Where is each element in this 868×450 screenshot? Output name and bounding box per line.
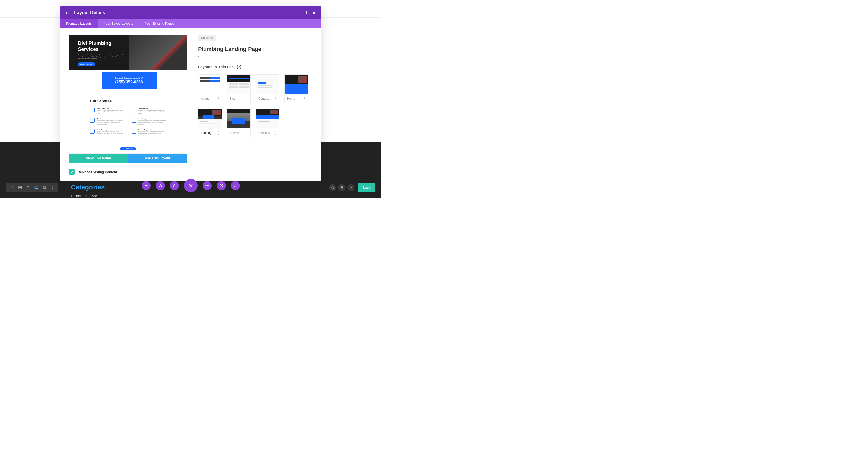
service-icon xyxy=(132,118,136,123)
more-options-icon[interactable] xyxy=(8,184,16,192)
pack-heading: Layouts In This Pack (7) xyxy=(198,64,312,69)
delete-button[interactable] xyxy=(170,181,179,190)
pack-card-contact[interactable]: Contact xyxy=(255,74,279,103)
pack-grid: About Blog Contact Home Landing xyxy=(198,74,312,137)
modal-tabs: Premade Layouts Your Saved Layouts Your … xyxy=(60,19,321,28)
pack-label: Blog xyxy=(229,97,247,100)
tab-premade-layouts[interactable]: Premade Layouts xyxy=(60,19,98,28)
svg-point-6 xyxy=(27,187,29,189)
service-icon xyxy=(132,107,136,112)
pack-card-home[interactable]: Home xyxy=(284,74,308,103)
close-icon[interactable] xyxy=(312,10,316,15)
tablet-view-icon[interactable] xyxy=(40,184,49,192)
preview-actions: View Live Demo Use This Layout xyxy=(69,154,187,162)
viewport-toolbar xyxy=(6,183,59,192)
preview-cta: GET A QUOTE xyxy=(78,63,95,66)
preview-hero-photo xyxy=(129,35,187,70)
svg-rect-7 xyxy=(34,187,38,189)
zoom-icon[interactable] xyxy=(24,184,32,192)
save-button[interactable]: Save xyxy=(358,183,375,192)
pack-card-services[interactable]: Services xyxy=(255,108,279,137)
history-button[interactable] xyxy=(217,181,226,190)
category-item[interactable]: Uncategorized xyxy=(71,194,104,197)
category-tag[interactable]: Services xyxy=(198,35,216,41)
view-live-demo-button[interactable]: View Live Demo xyxy=(69,154,128,162)
service-icon xyxy=(90,129,94,133)
search-icon[interactable] xyxy=(329,184,336,191)
preview-hero: Divi Plumbing Services Etiam quis blandi… xyxy=(69,35,187,70)
use-this-layout-button[interactable]: Use This Layout xyxy=(128,154,187,162)
replace-content-row: Replace Existing Content xyxy=(69,169,187,174)
modal-body: Divi Plumbing Services Etiam quis blandi… xyxy=(60,28,321,181)
back-arrow-icon[interactable] xyxy=(65,10,69,15)
svg-rect-4 xyxy=(21,187,22,188)
more-icon[interactable] xyxy=(247,97,248,100)
more-icon[interactable] xyxy=(218,131,219,134)
pack-card-service[interactable]: Service xyxy=(227,108,250,137)
pack-label: About xyxy=(201,97,218,100)
preview-service-item: Gas PipingLorem ipsum dolor sit amet, co… xyxy=(132,118,166,125)
portability-button[interactable] xyxy=(231,181,240,190)
pack-card-landing[interactable]: Landing xyxy=(198,108,222,137)
builder-center-controls xyxy=(142,179,240,193)
pack-thumb xyxy=(227,74,250,94)
preview-service-item: Sewer RepairNulla quis lorem ut libero m… xyxy=(132,107,166,115)
svg-point-12 xyxy=(207,185,208,186)
tab-your-saved-layouts[interactable]: Your Saved Layouts xyxy=(98,19,139,28)
layers-icon[interactable] xyxy=(338,184,345,191)
preview-services-grid: Toilets & FaucetsCurabitur arcu erat, ac… xyxy=(90,107,166,136)
more-icon[interactable] xyxy=(276,97,277,100)
pack-thumb xyxy=(198,74,221,94)
pack-card-blog[interactable]: Blog xyxy=(227,74,250,103)
service-body: Quisque velit nisi, pretium ut lacinia i… xyxy=(96,120,124,125)
preview-all-services-btn: ALL SERVICES xyxy=(120,148,136,151)
svg-point-1 xyxy=(12,188,12,188)
desktop-view-icon[interactable] xyxy=(32,184,40,192)
service-body: Nulla quis lorem ut libero malesuada feu… xyxy=(138,109,166,115)
layout-preview-thumbnail: Divi Plumbing Services Etiam quis blandi… xyxy=(69,35,187,154)
close-builder-button[interactable] xyxy=(184,179,197,193)
service-title: Hot Water Heaters xyxy=(96,118,124,120)
svg-point-14 xyxy=(332,187,334,189)
service-body: Curabitur aliquet quam id dui posuere bl… xyxy=(96,131,124,136)
tab-your-existing-pages[interactable]: Your Existing Pages xyxy=(139,19,181,28)
service-title: Sewer Repair xyxy=(138,107,166,109)
preview-service-item: Toilets & FaucetsCurabitur arcu erat, ac… xyxy=(90,107,124,115)
preview-service-item: RemodelingVivamus magna justo, lacinia e… xyxy=(132,129,166,136)
pack-label: Contact xyxy=(258,97,276,100)
svg-point-0 xyxy=(12,186,12,187)
power-button[interactable] xyxy=(156,181,165,190)
modal-title: Layout Details xyxy=(74,10,300,15)
preview-hero-desc: Etiam quis blandit erat. Donec laoreet l… xyxy=(78,54,123,60)
service-body: Curabitur arcu erat, accumsan id imperdi… xyxy=(96,109,124,115)
service-title: Gas Piping xyxy=(138,118,166,120)
replace-content-checkbox[interactable] xyxy=(69,169,74,174)
wireframe-view-icon[interactable] xyxy=(16,184,24,192)
pack-card-about[interactable]: About xyxy=(198,74,222,103)
layout-details-modal: Layout Details Premade Layouts Your Save… xyxy=(60,6,321,181)
pack-thumb xyxy=(198,109,221,129)
builder-right-controls: ? Save xyxy=(329,183,375,192)
phone-view-icon[interactable] xyxy=(49,184,57,192)
pack-thumb xyxy=(284,74,308,94)
pack-thumb xyxy=(256,109,279,129)
preview-phone-block: Somebody to answer your call 24/7 (255) … xyxy=(101,72,156,89)
categories-heading: Categories xyxy=(71,184,104,191)
preview-hero-title: Divi Plumbing Services xyxy=(78,40,118,52)
sort-icon[interactable] xyxy=(304,10,308,15)
more-icon[interactable] xyxy=(276,131,277,134)
more-icon[interactable] xyxy=(247,131,248,134)
service-body: Vivamus magna justo, lacinia eget consec… xyxy=(138,131,166,136)
help-icon[interactable]: ? xyxy=(347,184,354,191)
pack-thumb xyxy=(256,74,279,94)
add-button[interactable] xyxy=(142,181,151,190)
service-title: Drain Cleaning xyxy=(96,129,124,130)
layout-description: . xyxy=(198,54,312,58)
settings-button[interactable] xyxy=(203,181,212,190)
more-icon[interactable] xyxy=(304,97,305,100)
preview-services-heading: Our Services xyxy=(90,99,166,103)
service-title: Remodeling xyxy=(138,129,166,130)
check-icon xyxy=(70,170,73,173)
more-icon[interactable] xyxy=(218,97,219,100)
preview-phone-label: Somebody to answer your call 24/7 xyxy=(115,77,143,79)
